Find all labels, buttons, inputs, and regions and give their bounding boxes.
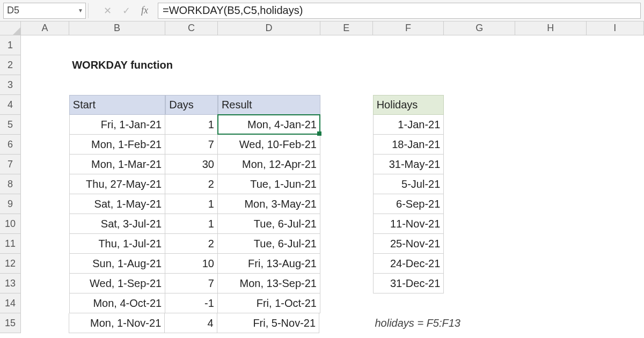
cell[interactable]: [21, 155, 69, 174]
cell[interactable]: [165, 75, 218, 95]
cell[interactable]: [444, 194, 515, 214]
table-cell-days[interactable]: 7: [165, 135, 218, 155]
holiday-cell[interactable]: 6-Sep-21: [373, 194, 444, 214]
table-header-result[interactable]: Result: [218, 95, 320, 115]
cell[interactable]: [515, 194, 587, 214]
cell[interactable]: [587, 115, 644, 135]
cell[interactable]: [515, 115, 587, 135]
select-all-corner[interactable]: [0, 21, 21, 35]
table-cell-result[interactable]: Tue, 6-Jul-21: [218, 214, 320, 234]
cell[interactable]: [320, 35, 373, 55]
cell[interactable]: [515, 95, 587, 115]
cell[interactable]: [320, 254, 373, 274]
cancel-icon[interactable]: ✕: [104, 5, 112, 17]
holiday-cell[interactable]: 25-Nov-21: [373, 234, 444, 254]
cell[interactable]: [587, 35, 644, 55]
holiday-cell[interactable]: 5-Jul-21: [373, 174, 444, 194]
formula-input[interactable]: =WORKDAY(B5,C5,holidays): [158, 3, 641, 19]
cell[interactable]: [373, 293, 444, 313]
cell[interactable]: [587, 274, 644, 293]
holiday-cell[interactable]: 18-Jan-21: [373, 135, 444, 155]
cell[interactable]: [444, 274, 515, 293]
cell[interactable]: [587, 254, 644, 274]
cell[interactable]: [587, 194, 644, 214]
row-header-9[interactable]: 9: [0, 194, 21, 214]
cell[interactable]: [515, 75, 587, 95]
cell[interactable]: [587, 135, 644, 155]
holiday-cell[interactable]: 31-May-21: [373, 155, 444, 174]
col-header-B[interactable]: B: [69, 21, 166, 35]
cell[interactable]: [587, 95, 644, 115]
fill-handle[interactable]: [317, 131, 321, 136]
table-cell-days[interactable]: 10: [165, 254, 218, 274]
cell[interactable]: [516, 55, 587, 75]
table-cell-start[interactable]: Wed, 1-Sep-21: [69, 274, 165, 293]
table-cell-result[interactable]: Wed, 10-Feb-21: [218, 135, 320, 155]
cell[interactable]: [21, 95, 69, 115]
row-header-15[interactable]: 15: [0, 313, 21, 333]
spreadsheet-grid[interactable]: A B C D E F G H I 1 2 WORKDAY function: [0, 21, 644, 333]
cell[interactable]: [444, 174, 515, 194]
table-cell-start[interactable]: Sat, 1-May-21: [69, 194, 165, 214]
row-header-10[interactable]: 10: [0, 214, 21, 234]
cell[interactable]: [21, 254, 69, 274]
cell[interactable]: [322, 55, 374, 75]
cell[interactable]: [21, 194, 69, 214]
cell[interactable]: [444, 95, 515, 115]
cell[interactable]: [515, 155, 587, 174]
cell[interactable]: [444, 234, 515, 254]
col-header-F[interactable]: F: [373, 21, 444, 35]
cell[interactable]: [587, 293, 644, 313]
cell[interactable]: [21, 75, 69, 95]
row-header-13[interactable]: 13: [0, 274, 21, 293]
table-cell-days[interactable]: 2: [165, 174, 218, 194]
cell[interactable]: [444, 293, 515, 313]
cell[interactable]: [515, 135, 587, 155]
cell[interactable]: [320, 135, 373, 155]
cell[interactable]: [515, 35, 587, 55]
cell[interactable]: [21, 293, 69, 313]
table-cell-start[interactable]: Mon, 4-Oct-21: [69, 293, 165, 313]
table-cell-result[interactable]: Mon, 3-May-21: [218, 194, 320, 214]
table-cell-days[interactable]: 4: [165, 313, 217, 333]
cell[interactable]: [218, 35, 320, 55]
table-cell-result[interactable]: Mon, 12-Apr-21: [218, 155, 320, 174]
table-cell-start[interactable]: Mon, 1-Mar-21: [69, 155, 165, 174]
table-cell-days[interactable]: 1: [165, 214, 218, 234]
cell[interactable]: [587, 234, 644, 254]
cell[interactable]: [21, 35, 69, 55]
table-cell-start[interactable]: Thu, 27-May-21: [69, 174, 165, 194]
table-cell-start[interactable]: Mon, 1-Feb-21: [69, 135, 165, 155]
cell[interactable]: [444, 35, 515, 55]
cell[interactable]: [444, 75, 515, 95]
cell[interactable]: [587, 75, 644, 95]
holiday-cell[interactable]: 1-Jan-21: [373, 115, 444, 135]
cell[interactable]: [21, 214, 69, 234]
cell[interactable]: [320, 75, 373, 95]
cell[interactable]: [165, 35, 218, 55]
table-cell-result[interactable]: Mon, 4-Jan-21: [218, 115, 320, 135]
table-cell-start[interactable]: Fri, 1-Jan-21: [69, 115, 165, 135]
col-header-G[interactable]: G: [444, 21, 515, 35]
row-header-8[interactable]: 8: [0, 174, 21, 194]
table-cell-result[interactable]: Fri, 13-Aug-21: [218, 254, 320, 274]
cell[interactable]: [445, 55, 516, 75]
cell[interactable]: [444, 115, 515, 135]
cell[interactable]: [320, 274, 373, 293]
name-box[interactable]: D5 ▼: [3, 3, 86, 19]
note-text[interactable]: holidays = F5:F13: [371, 313, 444, 333]
holiday-cell[interactable]: 31-Dec-21: [373, 274, 444, 293]
table-cell-result[interactable]: Mon, 13-Sep-21: [218, 274, 320, 293]
cell[interactable]: [515, 293, 587, 313]
cell[interactable]: [218, 75, 320, 95]
row-header-4[interactable]: 4: [0, 95, 21, 115]
cell[interactable]: [515, 214, 587, 234]
cell[interactable]: [320, 234, 373, 254]
cell[interactable]: [320, 194, 373, 214]
col-header-I[interactable]: I: [587, 21, 644, 35]
cell[interactable]: [587, 313, 644, 333]
row-header-7[interactable]: 7: [0, 155, 21, 174]
cell[interactable]: [21, 274, 69, 293]
col-header-C[interactable]: C: [165, 21, 218, 35]
cell[interactable]: [444, 155, 515, 174]
